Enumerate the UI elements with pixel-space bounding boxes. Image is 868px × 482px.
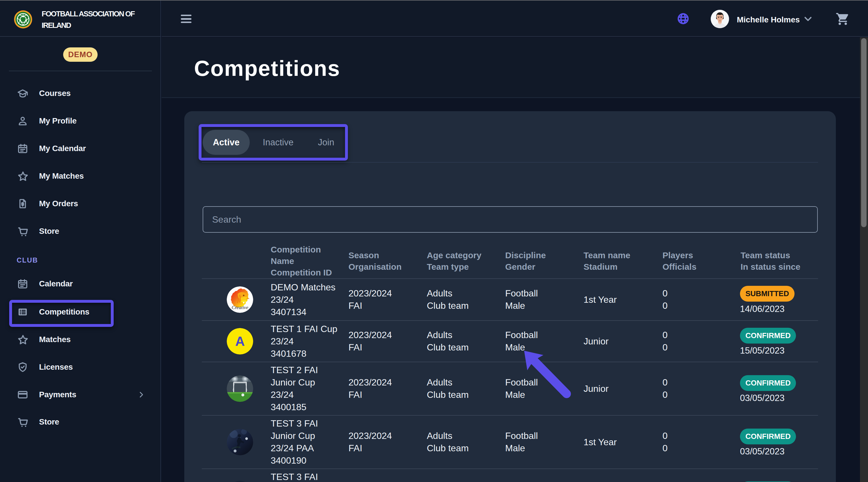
- svg-text:A: A: [235, 334, 245, 349]
- svg-text:Creative: Creative: [231, 305, 248, 310]
